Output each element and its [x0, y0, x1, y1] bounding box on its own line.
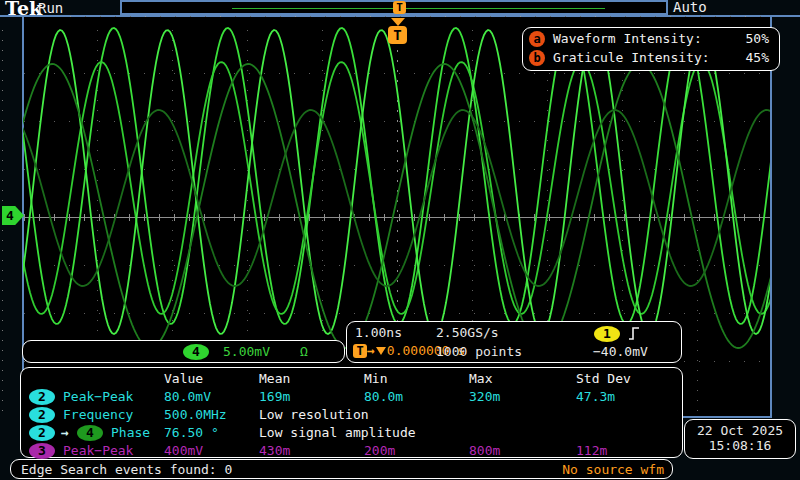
- measurement-table[interactable]: Value Mean Min Max Std Dev 2 Peak−Peak 8…: [20, 367, 683, 458]
- col-header-stddev: Std Dev: [576, 371, 631, 386]
- channel4-readout[interactable]: 4 5.00mV Ω: [22, 340, 345, 363]
- trigger-t-icon: T: [353, 344, 367, 358]
- trigger-flag-arrow-icon[interactable]: [391, 18, 405, 26]
- channel4-scale: 5.00mV: [223, 344, 270, 359]
- trigger-level: −40.0mV: [593, 344, 648, 359]
- search-events-label: Edge Search events found: 0: [21, 462, 232, 477]
- search-status-bar: Edge Search events found: 0 No source wf…: [10, 459, 673, 479]
- measurement-row-ch2-peakpeak: 2 Peak−Peak 80.0mV 169m 80.0m 320m 47.3m: [21, 389, 682, 407]
- channel4-coupling: Ω: [300, 344, 308, 359]
- graticule-intensity-value: 45%: [746, 50, 769, 65]
- waveform-intensity-row[interactable]: a Waveform Intensity: 50%: [529, 29, 773, 48]
- measurement-stddev: 47.3m: [576, 389, 615, 404]
- horizontal-trigger-readout[interactable]: 1.00ns 2.50GS/s 1 T→0.000000 s 1000 poin…: [346, 321, 682, 363]
- measurement-value: 400mV: [164, 443, 203, 458]
- measurement-max: 320m: [469, 389, 500, 404]
- graticule-intensity-row[interactable]: b Graticule Intensity: 45%: [529, 48, 773, 67]
- measurement-value: 76.50 °: [164, 425, 219, 440]
- oscilloscope-screen: Tek Run T Auto T 4 a Waveform Intensity:…: [0, 0, 800, 480]
- measurement-row-ch2-frequency: 2 Frequency 500.0MHz Low resolution: [21, 407, 682, 425]
- measurement-stddev: 112m: [576, 443, 607, 458]
- channel2-badge: 2: [29, 407, 55, 423]
- trigger-down-triangle-icon: [376, 347, 386, 355]
- trigger-source-badge[interactable]: 1: [594, 326, 620, 342]
- waveform-intensity-label: Waveform Intensity:: [553, 31, 702, 46]
- measurement-name: Peak−Peak: [63, 389, 133, 404]
- col-header-mean: Mean: [259, 371, 290, 386]
- graticule-intensity-label: Graticule Intensity:: [553, 50, 710, 65]
- col-header-min: Min: [364, 371, 387, 386]
- phase-arrow-icon: →: [61, 425, 69, 440]
- channel2-badge: 2: [29, 425, 55, 441]
- trigger-arrow-icon: →: [367, 343, 375, 358]
- measurement-min: 80.0m: [364, 389, 403, 404]
- sample-rate: 2.50GS/s: [436, 325, 499, 340]
- channel2-badge: 2: [29, 389, 55, 405]
- time-label: 15:08:16: [685, 438, 795, 453]
- datetime-box: 22 Oct 2025 15:08:16: [684, 419, 796, 459]
- measurement-name: Peak−Peak: [63, 443, 133, 458]
- multipurpose-b-icon[interactable]: b: [529, 50, 545, 66]
- multipurpose-a-icon[interactable]: a: [529, 31, 545, 47]
- channel4-badge[interactable]: 4: [183, 344, 209, 360]
- measurement-value: 80.0mV: [164, 389, 211, 404]
- trigger-slope-icon: [628, 326, 641, 341]
- no-source-warning: No source wfm: [562, 462, 664, 477]
- trigger-flag-icon[interactable]: T: [388, 26, 407, 44]
- record-length: 1000 points: [436, 344, 522, 359]
- measurement-note: Low signal amplitude: [259, 425, 416, 440]
- measurement-name: Frequency: [63, 407, 133, 422]
- col-header-value: Value: [164, 371, 203, 386]
- channel3-badge: 3: [29, 443, 55, 459]
- measurement-name: Phase: [111, 425, 150, 440]
- measurement-max: 800m: [469, 443, 500, 458]
- measurement-mean: 169m: [259, 389, 290, 404]
- measurement-mean: 430m: [259, 443, 290, 458]
- waveform-intensity-value: 50%: [746, 31, 769, 46]
- col-header-max: Max: [469, 371, 492, 386]
- measurement-row-ch2-ch4-phase: 2 → 4 Phase 76.50 ° Low signal amplitude: [21, 425, 682, 443]
- measurement-value: 500.0MHz: [164, 407, 227, 422]
- date-label: 22 Oct 2025: [685, 423, 795, 438]
- intensity-overlay: a Waveform Intensity: 50% b Graticule In…: [522, 27, 780, 71]
- measurement-min: 200m: [364, 443, 395, 458]
- time-per-div: 1.00ns: [355, 325, 402, 340]
- channel4-badge: 4: [77, 425, 103, 441]
- measurement-note: Low resolution: [259, 407, 369, 422]
